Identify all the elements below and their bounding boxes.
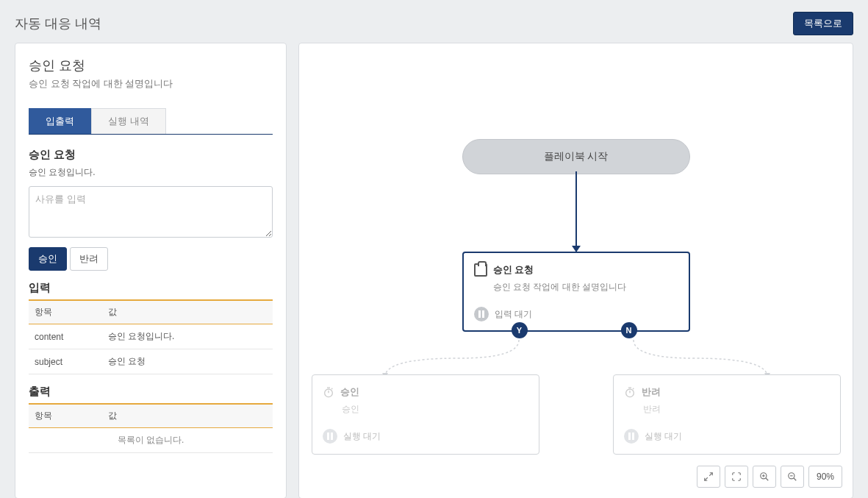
branch-y-badge: Y: [512, 322, 528, 338]
branch-n-badge: N: [621, 322, 637, 338]
flow-approve-node[interactable]: 승인 요청 승인 요청 작업에 대한 설명입니다 입력 대기 Y N: [462, 252, 690, 332]
clipboard-icon: [474, 263, 487, 277]
flow-start-node[interactable]: 플레이북 시작: [462, 139, 690, 174]
approval-desc: 승인 요청입니다.: [29, 166, 273, 179]
detail-panel: 승인 요청 승인 요청 작업에 대한 설명입니다 입출력 실행 내역 승인 요청…: [15, 43, 287, 498]
svg-rect-15: [632, 433, 634, 440]
node-title: 반려: [642, 385, 661, 399]
node-desc: 승인: [342, 403, 528, 416]
approval-title: 승인 요청: [29, 148, 273, 162]
flow-no-node[interactable]: 반려 반려 실행 대기: [613, 374, 841, 455]
tab-history[interactable]: 실행 내역: [91, 108, 166, 134]
node-status-text: 실행 대기: [645, 430, 682, 443]
table-row-empty: 목록이 없습니다.: [29, 428, 273, 453]
node-title: 승인 요청: [493, 263, 534, 277]
svg-rect-1: [482, 310, 484, 318]
back-to-list-button[interactable]: 목록으로: [793, 12, 853, 35]
flow-yes-node[interactable]: 승인 승인 실행 대기: [312, 374, 539, 455]
tab-io[interactable]: 입출력: [29, 108, 91, 134]
node-status-text: 실행 대기: [343, 430, 381, 443]
output-col-key: 항목: [29, 404, 102, 428]
fit-button[interactable]: [725, 466, 748, 488]
output-section-title: 출력: [29, 385, 273, 399]
flow-panel: 플레이북 시작 승인 요청 승인 요청 작업에 대한 설명입니다 입력 대기 Y: [298, 43, 853, 498]
table-row: content 승인 요청입니다.: [29, 324, 273, 349]
svg-rect-9: [331, 433, 333, 440]
pause-icon: [474, 307, 489, 321]
input-section-title: 입력: [29, 281, 273, 295]
node-title: 승인: [340, 385, 359, 399]
tabs: 입출력 실행 내역: [29, 108, 273, 135]
detail-desc: 승인 요청 작업에 대한 설명입니다: [29, 77, 273, 90]
svg-line-17: [705, 477, 708, 480]
flow-connector: [575, 171, 577, 252]
pause-icon: [624, 429, 639, 444]
node-desc: 승인 요청 작업에 대한 설명입니다: [493, 281, 678, 294]
node-desc: 반려: [643, 403, 830, 416]
table-row: subject 승인 요청: [29, 349, 273, 374]
zoom-out-button[interactable]: [781, 466, 804, 488]
flow-connector-y: [348, 336, 525, 380]
input-col-key: 항목: [29, 300, 102, 324]
fullscreen-button[interactable]: [697, 466, 720, 488]
flow-connector-n: [628, 336, 804, 380]
reason-input[interactable]: [29, 186, 273, 238]
timer-icon: [624, 386, 636, 398]
zoom-toolbar: 90%: [697, 466, 842, 488]
svg-line-13: [633, 388, 634, 389]
reject-button[interactable]: 반려: [70, 247, 108, 271]
output-table: 항목 값 목록이 없습니다.: [29, 403, 273, 453]
svg-rect-8: [327, 433, 329, 440]
pause-icon: [323, 429, 337, 444]
svg-line-7: [331, 388, 332, 389]
page-title: 자동 대응 내역: [15, 15, 101, 32]
flow-canvas[interactable]: 플레이북 시작 승인 요청 승인 요청 작업에 대한 설명입니다 입력 대기 Y: [299, 43, 853, 463]
zoom-value: 90%: [808, 466, 842, 488]
svg-line-19: [766, 478, 769, 481]
output-col-val: 값: [102, 404, 273, 428]
page-header: 자동 대응 내역 목록으로: [0, 0, 868, 43]
zoom-in-button[interactable]: [753, 466, 776, 488]
node-status-text: 입력 대기: [495, 308, 532, 321]
svg-line-23: [794, 478, 797, 481]
svg-rect-14: [628, 433, 631, 440]
svg-rect-0: [478, 310, 481, 318]
timer-icon: [323, 386, 334, 398]
svg-line-16: [709, 473, 712, 476]
detail-title: 승인 요청: [29, 57, 273, 74]
approve-button[interactable]: 승인: [29, 247, 67, 271]
input-col-val: 값: [102, 300, 273, 324]
input-table: 항목 값 content 승인 요청입니다. subject 승인 요청: [29, 299, 273, 374]
